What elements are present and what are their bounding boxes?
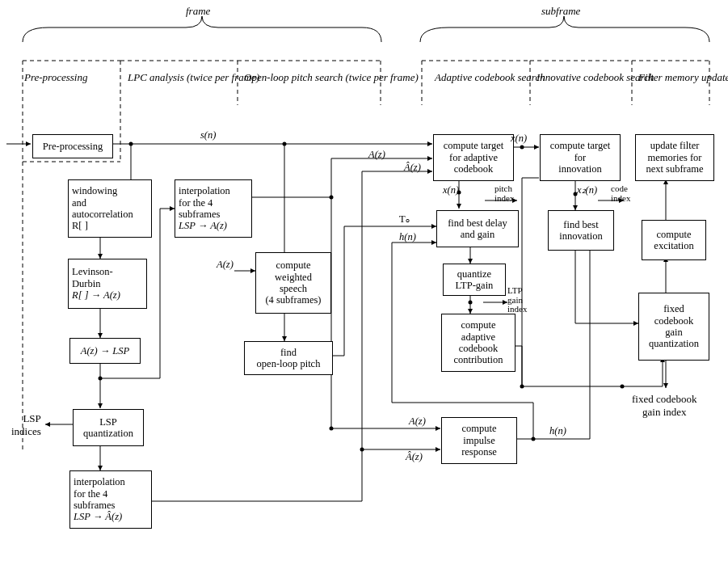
section-innov-l1: Innovative codebook <box>537 71 624 83</box>
t: and gain <box>461 229 495 240</box>
t: LTP <box>507 285 523 295</box>
svg-point-43 <box>520 385 524 389</box>
section-adapt-label: Adaptive codebook search <box>435 71 545 84</box>
t: windowing <box>72 185 117 196</box>
t: indices <box>11 425 41 437</box>
t: next subframe <box>646 163 703 175</box>
section-olp-l1: Open-loop pitch search <box>244 71 343 83</box>
group-frame-label: frame <box>186 5 210 18</box>
t: (4 subframes) <box>265 294 321 306</box>
t: index <box>611 193 630 203</box>
signal-hn-2: h(n) <box>549 425 566 437</box>
t: LTP-gain <box>456 280 494 291</box>
t: for the 4 <box>179 197 213 209</box>
box-preprocessing: Pre-processing <box>32 134 113 158</box>
section-pre-label: Pre-processing <box>24 71 87 84</box>
box-preprocessing-label: Pre-processing <box>43 141 103 152</box>
t: impulse <box>463 435 495 446</box>
box-target-innovation: compute target for innovation <box>540 134 621 181</box>
group-subframe-label: subframe <box>541 5 580 18</box>
signal-ahatz-1: Â(z) <box>404 162 421 174</box>
t: and <box>72 197 86 209</box>
t: compute target <box>550 140 610 151</box>
signal-az-3: A(z) <box>409 415 426 428</box>
svg-point-31 <box>330 427 334 431</box>
t: index <box>507 304 527 314</box>
svg-point-18 <box>129 142 133 146</box>
t: index <box>494 193 514 203</box>
t: interpolation <box>179 185 230 196</box>
signal-ahatz-2: Â(z) <box>406 451 423 463</box>
output-fixed-codebook-gain-index: fixed codebook gain index <box>632 393 697 418</box>
t: quantization <box>649 338 699 349</box>
t: fixed codebook <box>632 393 697 405</box>
t: subframes <box>179 209 220 220</box>
box-find-open-loop-pitch: find open-loop pitch <box>244 341 333 375</box>
t: compute <box>276 259 310 271</box>
svg-point-36 <box>520 146 524 150</box>
box-find-best-innovation: find best innovation <box>548 210 614 251</box>
t: Durbin <box>72 278 100 289</box>
t: speech <box>280 283 307 294</box>
t: find <box>280 347 297 358</box>
box-compute-excitation: compute excitation <box>642 220 706 260</box>
box-interp2: interpolation for the 4 subframes LSP → … <box>69 470 152 529</box>
t: for adaptive <box>449 152 498 163</box>
t: weighted <box>275 272 312 283</box>
t: LSP → Â(z) <box>74 511 122 522</box>
t: adaptive <box>461 331 495 343</box>
output-ltp-gain-index: LTP gain index <box>507 286 527 314</box>
t: code <box>611 183 628 193</box>
section-lpc-l1: LPC analysis <box>128 71 184 83</box>
t: for <box>574 152 587 163</box>
t: codebook <box>454 163 494 175</box>
t: find best <box>563 219 598 230</box>
t: Levinson- <box>72 266 113 277</box>
t: memories for <box>648 152 702 163</box>
t: innovation <box>558 163 601 175</box>
box-compute-impulse-response: compute impulse response <box>441 417 517 464</box>
t: for the 4 <box>74 488 107 500</box>
output-pitch-index: pitch index <box>494 184 514 203</box>
box-windowing: windowing and autocorrelation R[ ] <box>68 179 152 238</box>
svg-point-44 <box>621 385 625 389</box>
t: LSP <box>99 416 117 428</box>
t: innovation <box>559 230 602 242</box>
box-find-best-delay-gain: find best delay and gain <box>436 210 519 247</box>
box-az-to-lsp: A(z) → LSP <box>69 338 141 364</box>
t: compute target <box>444 140 503 151</box>
box-target-adaptive: compute target for adaptive codebook <box>433 134 514 181</box>
diagram-canvas: frame subframe Pre-processing LPC analys… <box>0 0 728 561</box>
t: quantize <box>457 268 491 280</box>
section-innov-label: Innovative codebook search <box>537 71 654 84</box>
box-fixed-codebook-gain-quantization: fixed codebook gain quantization <box>638 293 709 361</box>
output-code-index: code index <box>611 184 630 203</box>
t: R[ ] <box>72 220 88 231</box>
signal-x2n: x₂(n) <box>577 184 597 196</box>
box-compute-weighted-speech: compute weighted speech (4 subframes) <box>255 252 331 314</box>
t: compute <box>461 423 496 434</box>
t: codebook <box>654 315 694 327</box>
t: compute <box>656 229 691 240</box>
box-update-filter-memories: update filter memories for next subframe <box>635 134 714 181</box>
signal-xn-2: x(n) <box>443 184 459 196</box>
t: gain <box>665 327 683 338</box>
t: interpolation <box>74 476 125 487</box>
signal-t0: Tₒ <box>399 213 410 226</box>
t: LSP → A(z) <box>179 220 227 231</box>
t: A(z) → LSP <box>81 345 129 356</box>
box-interp1: interpolation for the 4 subframes LSP → … <box>175 179 252 238</box>
section-adapt-l1: Adaptive codebook <box>435 71 515 83</box>
section-olp-l2: (twice per frame) <box>346 71 419 83</box>
t: gain index <box>642 406 687 418</box>
signal-az-1: A(z) <box>217 259 234 271</box>
svg-point-34 <box>532 437 536 441</box>
svg-point-41 <box>469 301 473 305</box>
svg-point-25 <box>99 377 103 381</box>
signal-az-2: A(z) <box>368 149 385 161</box>
t: update filter <box>650 140 700 151</box>
t: compute <box>461 319 495 331</box>
t: find best delay <box>448 217 507 229</box>
section-filt-l1: Filter memory <box>638 71 699 83</box>
t: response <box>461 446 497 458</box>
